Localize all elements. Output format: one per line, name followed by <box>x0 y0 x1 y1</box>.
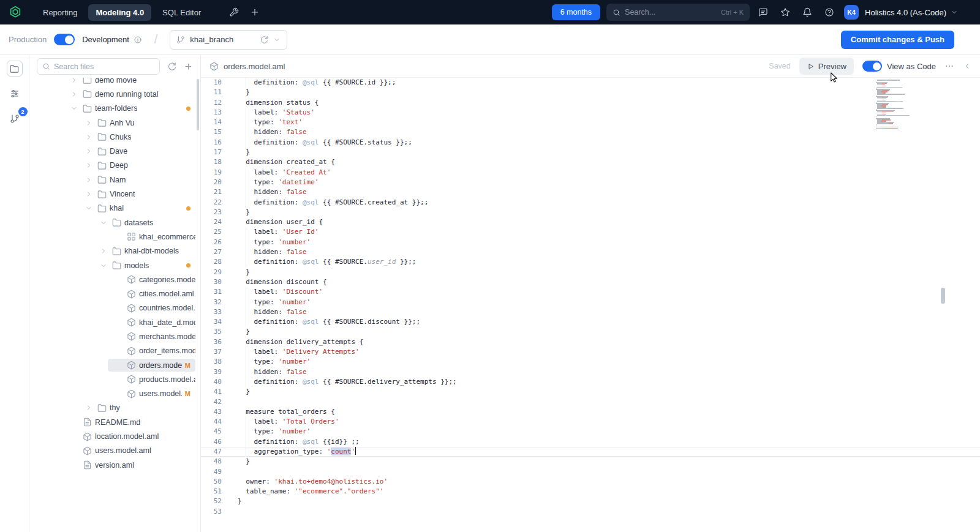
holistics-logo-icon[interactable] <box>7 4 23 20</box>
code-line[interactable]: 14 type: 'text' <box>201 118 980 127</box>
chevron-down-icon[interactable] <box>98 262 109 269</box>
tab-modeling-4-0[interactable]: Modeling 4.0 <box>88 4 151 21</box>
code-line[interactable]: 27 hidden: false <box>201 247 980 257</box>
add-file-icon[interactable] <box>184 62 193 71</box>
tree-item-models[interactable]: models <box>29 258 200 272</box>
star-icon[interactable] <box>780 7 790 17</box>
settings-rail-button[interactable] <box>7 86 23 102</box>
code-line[interactable]: 43 measure total_orders { <box>201 407 980 417</box>
editor-scrollbar-thumb[interactable] <box>941 288 945 304</box>
code-line[interactable]: 47 aggregation_type: 'count' <box>201 447 980 457</box>
code-line[interactable]: 40 definition: @sql {{ #SOURCE.delivery_… <box>201 377 980 387</box>
code-line[interactable]: 45 type: 'number' <box>201 427 980 436</box>
code-line[interactable]: 10 definition: @sql {{ #SOURCE.id }};; <box>201 78 980 88</box>
chevron-right-icon[interactable] <box>83 119 94 127</box>
tree-item-dave[interactable]: Dave <box>29 144 200 158</box>
wrench-icon[interactable] <box>229 7 239 17</box>
files-rail-button[interactable] <box>7 61 23 77</box>
user-avatar[interactable]: K4 <box>844 5 859 20</box>
tree-item-team-folders[interactable]: team-folders <box>29 102 200 116</box>
tree-item-demo-running-total[interactable]: demo running total <box>29 87 200 101</box>
tree-item-users-model-aml[interactable]: users.model.aml <box>29 444 200 458</box>
code-line[interactable]: 17 } <box>201 148 980 157</box>
tree-item-thy[interactable]: thy <box>29 401 200 415</box>
code-line[interactable]: 12 dimension status { <box>201 98 980 108</box>
code-line[interactable]: 20 type: 'datetime' <box>201 178 980 187</box>
tree-item-khai-date-d-model[interactable]: khai_date_d.model.... <box>29 315 200 329</box>
code-line[interactable]: 51 table_name: '"ecommerce"."orders"' <box>201 487 980 496</box>
tree-item-vincent[interactable]: Vincent <box>29 187 200 201</box>
tree-item-demo-movie[interactable]: demo movie <box>29 78 200 87</box>
code-line[interactable]: 38 type: 'number' <box>201 357 980 367</box>
chevron-down-icon[interactable] <box>98 219 109 227</box>
tree-item-users-model-aml[interactable]: users.model.amlM <box>29 387 200 401</box>
code-line[interactable]: 19 label: 'Created At' <box>201 168 980 178</box>
code-line[interactable]: 41 } <box>201 387 980 397</box>
code-line[interactable]: 42 <box>201 397 980 407</box>
preview-button[interactable]: Preview <box>799 58 854 75</box>
global-search-input[interactable] <box>625 8 717 17</box>
tree-item-khai-dbt-models[interactable]: khai-dbt-models <box>29 244 200 258</box>
chevron-down-icon[interactable] <box>273 36 281 43</box>
tree-item-orders-model-aml[interactable]: orders.model.amlM <box>29 358 200 372</box>
environment-toggle[interactable] <box>54 34 75 45</box>
chevron-right-icon[interactable] <box>83 148 94 155</box>
tree-item-chuks[interactable]: Chuks <box>29 130 200 144</box>
code-line[interactable]: 29 } <box>201 268 980 277</box>
tree-item-cities-model-aml[interactable]: cities.model.aml <box>29 287 200 301</box>
code-line[interactable]: 50 owner: 'khai.to+demo4@holistics.io' <box>201 477 980 487</box>
code-line[interactable]: 48 } <box>201 457 980 466</box>
code-line[interactable]: 24 dimension user_id { <box>201 217 980 227</box>
commit-push-button[interactable]: Commit changes & Push <box>841 31 954 49</box>
code-line[interactable]: 32 type: 'number' <box>201 298 980 307</box>
chevron-right-icon[interactable] <box>98 247 109 255</box>
chevron-right-icon[interactable] <box>69 78 80 84</box>
chevron-right-icon[interactable] <box>83 162 94 169</box>
help-icon[interactable] <box>824 7 834 17</box>
workspace-menu[interactable]: Holistics 4.0 (As-Code) <box>865 8 958 17</box>
code-line[interactable]: 46 definition: @sql {{id}} ;; <box>201 437 980 447</box>
editor-minimap[interactable] <box>875 80 936 132</box>
collapse-panel-icon[interactable] <box>963 62 971 70</box>
code-editor[interactable]: 10 definition: @sql {{ #SOURCE.id }};;11… <box>201 78 980 532</box>
tree-item-countries-model-aml[interactable]: countries.model.aml <box>29 301 200 315</box>
tree-item-version-aml[interactable]: version.aml <box>29 458 200 472</box>
code-line[interactable]: 44 label: 'Total Orders' <box>201 417 980 427</box>
code-line[interactable]: 23 } <box>201 208 980 217</box>
tab-reporting[interactable]: Reporting <box>36 4 85 21</box>
search-files-box[interactable] <box>37 58 160 75</box>
code-line[interactable]: 30 dimension discount { <box>201 277 980 287</box>
search-files-input[interactable] <box>54 62 154 71</box>
code-line[interactable]: 16 definition: @sql {{ #SOURCE.status }}… <box>201 138 980 148</box>
global-search[interactable]: Ctrl + K <box>606 4 750 21</box>
code-line[interactable]: 11 } <box>201 88 980 97</box>
code-line[interactable]: 13 label: 'Status' <box>201 108 980 118</box>
tree-item-datasets[interactable]: datasets <box>29 215 200 230</box>
chevron-down-icon[interactable] <box>69 105 80 112</box>
code-line[interactable]: 18 dimension created_at { <box>201 157 980 167</box>
code-line[interactable]: 22 definition: @sql {{ #SOURCE.created_a… <box>201 198 980 208</box>
info-icon[interactable] <box>134 36 142 44</box>
code-line[interactable]: 15 hidden: false <box>201 127 980 137</box>
refresh-files-icon[interactable] <box>167 62 176 71</box>
branch-selector[interactable]: khai_branch <box>170 30 287 50</box>
code-line[interactable]: 35 } <box>201 327 980 337</box>
refresh-branch-icon[interactable] <box>260 36 268 44</box>
tree-item-merchants-model-aml[interactable]: merchants.model.aml <box>29 329 200 343</box>
tree-item-readme-md[interactable]: README.md <box>29 415 200 429</box>
chevron-right-icon[interactable] <box>69 91 80 98</box>
code-line[interactable]: 28 definition: @sql {{ #SOURCE.user_id }… <box>201 257 980 267</box>
tree-item-khai-ecommerce-d[interactable]: khai_ecommerce.d... <box>29 230 200 244</box>
code-line[interactable]: 53 <box>201 507 980 517</box>
code-lines[interactable]: 10 definition: @sql {{ #SOURCE.id }};;11… <box>201 78 980 517</box>
chevron-right-icon[interactable] <box>83 176 94 184</box>
time-range-button[interactable]: 6 months <box>552 4 600 20</box>
tab-sql-editor[interactable]: SQL Editor <box>155 4 208 21</box>
code-line[interactable]: 36 dimension delivery_attempts { <box>201 337 980 347</box>
tree-item-location-model-aml[interactable]: location.model.aml <box>29 429 200 443</box>
code-line[interactable]: 25 label: 'User Id' <box>201 227 980 237</box>
code-line[interactable]: 52} <box>201 496 980 506</box>
tree-item-nam[interactable]: Nam <box>29 173 200 187</box>
tree-item-khai[interactable]: khai <box>29 201 200 215</box>
tree-item-categories-model-aml[interactable]: categories.model.aml <box>29 272 200 287</box>
